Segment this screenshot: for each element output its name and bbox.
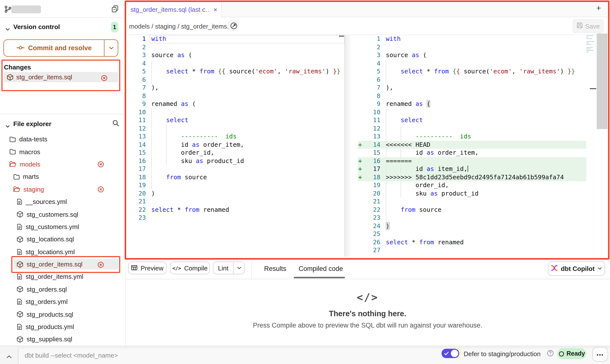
code-line[interactable]: 6 <box>127 76 344 84</box>
tab-results[interactable]: Results <box>264 265 286 272</box>
tab-stg-order-items[interactable]: stg_order_items.sql (last c… × <box>127 1 222 18</box>
code-line[interactable]: 19 <box>127 181 344 189</box>
code-line[interactable]: +17 id as item_id, <box>358 165 586 173</box>
code-line[interactable]: 10 <box>127 108 344 116</box>
chevron-down-icon[interactable] <box>5 121 10 130</box>
code-line[interactable]: 20 sku as product_id <box>358 189 586 198</box>
code-line[interactable]: 8 <box>358 92 586 100</box>
discard-change-icon[interactable] <box>98 186 104 194</box>
code-line[interactable]: 4 <box>127 59 344 67</box>
code-line[interactable]: 1with <box>358 35 586 43</box>
code-line[interactable]: 20) <box>127 189 344 198</box>
code-line[interactable]: 9renamed as ( <box>358 100 586 108</box>
code-line[interactable]: 7), <box>358 84 586 92</box>
chevron-down-icon[interactable] <box>5 24 10 33</box>
discard-change-icon[interactable] <box>101 74 107 83</box>
file-row[interactable]: stg_order_items.yml <box>0 271 125 283</box>
discard-change-icon[interactable] <box>98 261 104 269</box>
code-line[interactable]: 2 <box>358 43 586 51</box>
file-row[interactable]: macros <box>0 146 125 158</box>
file-row[interactable]: stg_products.sql <box>0 308 125 321</box>
code-line[interactable]: 16 sku as product_id <box>127 157 344 165</box>
code-line[interactable]: 3source as ( <box>358 51 586 59</box>
code-line[interactable]: 15 id as order_item, <box>358 149 586 157</box>
code-line[interactable]: 21 <box>358 198 586 206</box>
code-line[interactable]: 25 <box>358 230 586 238</box>
copy-icon[interactable] <box>111 5 119 15</box>
new-tab-button[interactable]: + <box>596 3 601 13</box>
dbt-copilot-button[interactable]: dbt Copilot <box>548 261 605 276</box>
code-line[interactable]: 18 from source <box>127 173 344 181</box>
code-line[interactable]: 4 <box>358 59 586 67</box>
breadcrumb[interactable]: models / staging / stg_order_items.sql <box>129 23 237 30</box>
tab-compiled-code[interactable]: Compiled code <box>299 265 343 272</box>
file-row[interactable]: models <box>0 158 125 171</box>
code-line[interactable]: 11 select <box>358 116 586 124</box>
save-button[interactable]: Save <box>573 19 604 33</box>
code-line[interactable]: 3source as ( <box>127 51 344 59</box>
code-line[interactable]: 12 <box>358 124 586 132</box>
lint-dropdown-button[interactable] <box>233 262 244 274</box>
code-line[interactable]: 19 order_id, <box>358 181 586 189</box>
code-line[interactable]: 26select * from renamed <box>358 238 586 246</box>
code-line[interactable]: +16======= <box>358 157 586 165</box>
chevron-up-icon[interactable] <box>6 352 12 361</box>
code-line[interactable]: 15 order_id, <box>127 149 344 157</box>
code-line[interactable]: 24) <box>358 222 586 230</box>
right-scrollbar-thumb[interactable] <box>597 33 608 129</box>
code-line[interactable]: 17 <box>127 165 344 173</box>
code-line[interactable]: 1with <box>127 35 344 43</box>
file-row[interactable]: stg_products.yml <box>0 321 125 333</box>
compile-button[interactable]: </> Compile <box>170 262 210 274</box>
code-line[interactable]: 23 <box>358 214 586 222</box>
code-line[interactable]: +14<<<<<<< HEAD <box>358 141 586 149</box>
file-row[interactable]: stg_customers.yml <box>0 220 125 233</box>
tab-close-icon[interactable]: × <box>214 6 217 13</box>
code-line[interactable]: 7), <box>127 84 344 92</box>
file-row[interactable]: staging <box>0 183 125 196</box>
code-line[interactable]: 5 select * from {{ source('ecom', 'raw_i… <box>127 67 344 76</box>
commit-and-resolve-button[interactable]: Commit and resolve <box>3 39 118 57</box>
file-row[interactable]: stg_orders.yml <box>0 296 125 308</box>
file-row[interactable]: stg_locations.sql <box>0 233 125 246</box>
preview-button[interactable]: Preview <box>128 262 167 274</box>
file-row[interactable]: stg_order_items.sql <box>0 258 125 271</box>
editor-pane-left[interactable]: 1with23source as (45 select * from {{ so… <box>127 35 344 222</box>
defer-toggle[interactable] <box>441 349 459 358</box>
code-line[interactable]: 22select * from renamed <box>127 206 344 214</box>
search-icon[interactable] <box>112 120 119 129</box>
commit-dropdown-button[interactable] <box>104 40 118 56</box>
code-line[interactable]: 13 ---------- ids <box>358 132 586 141</box>
code-line[interactable]: 8 <box>127 92 344 100</box>
code-line[interactable]: 6 <box>358 76 586 84</box>
file-row[interactable]: __sources.yml <box>0 196 125 208</box>
code-line[interactable]: 2 <box>127 43 344 51</box>
code-line[interactable]: 21 <box>127 198 344 206</box>
code-line[interactable]: 27 <box>358 246 586 254</box>
command-input-placeholder[interactable]: dbt build --select <model_name> <box>25 352 118 359</box>
code-line[interactable]: 13 ---------- ids <box>127 132 344 141</box>
lint-button[interactable]: Lint <box>213 262 245 274</box>
code-line[interactable]: 22 from source <box>358 206 586 214</box>
file-row[interactable]: stg_locations.yml <box>0 246 125 258</box>
code-line[interactable]: 10 <box>358 108 586 116</box>
lineage-icon[interactable] <box>228 20 239 31</box>
status-badge-ready[interactable]: Ready <box>557 348 586 359</box>
discard-change-icon[interactable] <box>98 161 104 169</box>
file-row[interactable]: stg_supplies.sql <box>0 333 125 345</box>
code-line[interactable]: 14 id as order_item, <box>127 141 344 149</box>
editor-pane-right[interactable]: 1with23source as (45 select * from {{ so… <box>345 35 608 254</box>
code-line[interactable]: 12 <box>127 124 344 132</box>
help-icon[interactable] <box>547 350 554 359</box>
changed-file-row[interactable]: stg_order_items.sql <box>3 72 118 82</box>
code-line[interactable]: +18>>>>>>> 58c1dd23d5eebd9cd2495fa7124ab… <box>358 173 586 181</box>
code-line[interactable]: 23 <box>127 214 344 222</box>
left-scrollbar-thumb[interactable] <box>339 35 344 37</box>
file-row[interactable]: stg_orders.sql <box>0 283 125 296</box>
more-options-button[interactable]: ••• <box>592 347 608 362</box>
code-line[interactable]: 11 select <box>127 116 344 124</box>
code-line[interactable]: 9renamed as ( <box>127 100 344 108</box>
file-row[interactable]: data-tests <box>0 133 125 146</box>
file-row[interactable]: marts <box>0 170 125 183</box>
code-line[interactable]: 5 select * from {{ source('ecom', 'raw_i… <box>358 67 586 76</box>
